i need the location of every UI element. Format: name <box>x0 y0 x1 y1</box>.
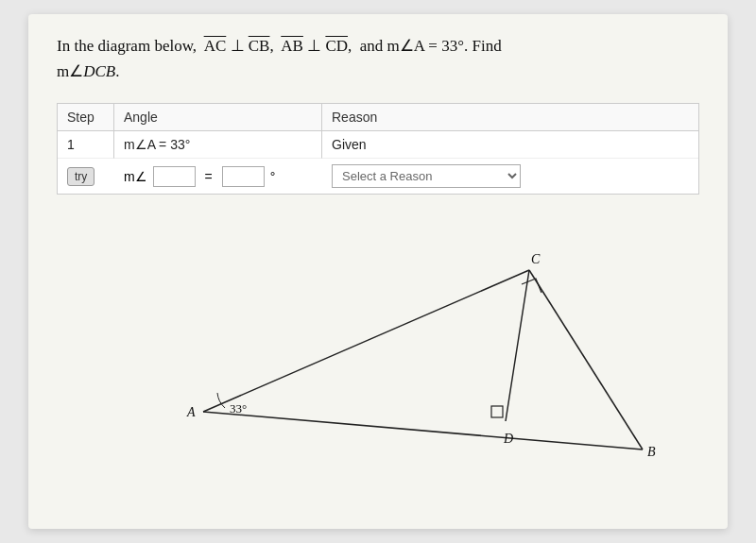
angle-33-label: 33° <box>230 401 247 416</box>
angle-prefix: m∠ <box>124 169 147 184</box>
svg-line-1 <box>203 412 643 450</box>
segment-ab: AB <box>281 37 303 55</box>
degree-symbol: ° <box>270 169 276 184</box>
geometry-diagram: A B C D 33° <box>57 209 699 473</box>
equals-sign: = <box>201 169 216 184</box>
reason-select-cell: Select a Reason Given Alternate Interior… <box>322 159 698 194</box>
main-card: In the diagram below, AC ⊥ CB, AB ⊥ CD, … <box>28 14 728 529</box>
header-angle: Angle <box>114 104 322 131</box>
proof-table: Step Angle Reason 1 m∠A = 33° Given try … <box>57 103 699 195</box>
step-1-reason: Given <box>322 131 698 159</box>
reason-select[interactable]: Select a Reason Given Alternate Interior… <box>332 164 521 188</box>
diagram-area: A B C D 33° <box>57 209 699 473</box>
segment-cd: CD <box>325 37 348 55</box>
header-step: Step <box>58 104 114 131</box>
label-B: B <box>647 445 656 459</box>
angle-input-cell: m∠ = ° <box>114 159 322 194</box>
problem-statement: In the diagram below, AC ⊥ CB, AB ⊥ CD, … <box>57 33 699 84</box>
label-C: C <box>531 252 541 266</box>
segment-ac: AC <box>204 37 227 55</box>
svg-line-2 <box>529 270 643 450</box>
angle-value-input[interactable] <box>222 166 265 187</box>
svg-line-3 <box>506 270 529 421</box>
label-A: A <box>186 405 196 419</box>
try-cell: try <box>58 159 114 194</box>
svg-line-0 <box>203 270 529 412</box>
label-D: D <box>503 432 513 446</box>
try-button[interactable]: try <box>67 167 94 186</box>
segment-cb: CB <box>249 37 270 55</box>
angle-name-input[interactable] <box>153 166 196 187</box>
step-1-number: 1 <box>58 131 114 159</box>
step-1-angle: m∠A = 33° <box>114 131 322 159</box>
header-reason: Reason <box>322 104 698 131</box>
svg-rect-4 <box>491 406 503 417</box>
